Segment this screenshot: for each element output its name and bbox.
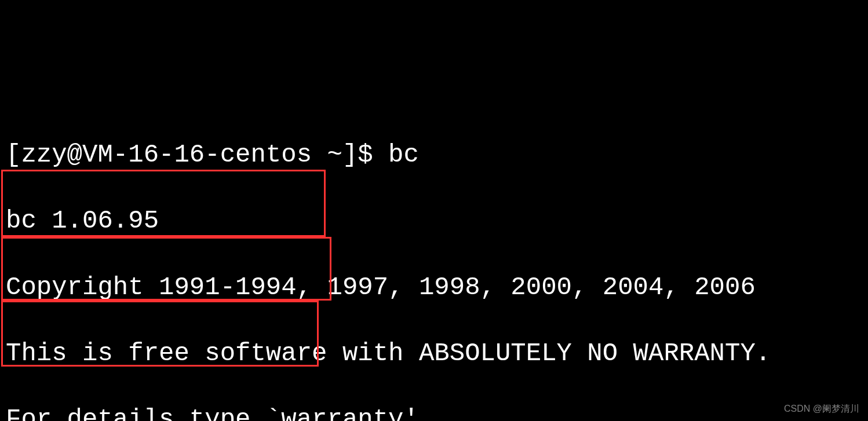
- command-text[interactable]: bc: [388, 140, 419, 169]
- watermark-text: CSDN @阑梦清川: [784, 403, 859, 415]
- banner-warranty: This is free software with ABSOLUTELY NO…: [6, 337, 868, 370]
- banner-version: bc 1.06.95: [6, 204, 868, 237]
- prompt-line: [zzy@VM-16-16-centos ~]$ bc: [6, 138, 868, 171]
- banner-copyright: Copyright 1991-1994, 1997, 1998, 2000, 2…: [6, 271, 868, 304]
- shell-prompt: [zzy@VM-16-16-centos ~]$: [6, 140, 388, 169]
- banner-details: For details type `warranty'.: [6, 403, 868, 421]
